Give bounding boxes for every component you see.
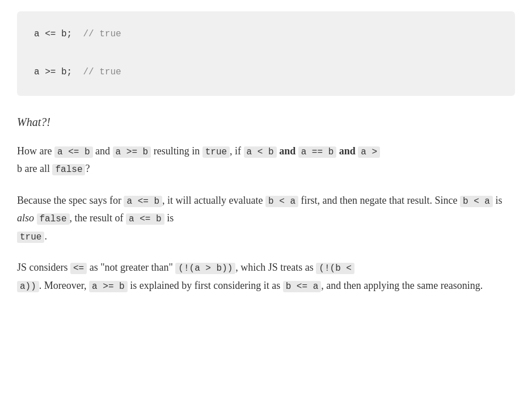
code-comment-2: // true [83,67,121,77]
code-text-1: a <= b; [34,29,83,39]
code-line-1: a <= b; // true [34,27,498,42]
section-title: What?! [17,113,515,131]
code-false: false [52,164,85,175]
paragraph-1-and1: and [93,145,113,157]
code-not-b-lt-a: (!(b < [316,263,354,274]
paragraph-3-moreover: . Moreover, [39,280,89,291]
code-a-le-b-2: a <= b [124,196,162,207]
code-block: a <= b; // true a >= b; // true [17,11,515,96]
paragraph-2-also2 [34,212,37,224]
paragraph-3-js: JS considers [17,262,70,273]
code-a-le-b-3: a <= b [126,213,164,225]
code-le: <= [70,263,87,274]
code-b-le-a: b <= a [283,281,322,292]
code-b-lt-a: b < a [265,196,298,207]
paragraph-1-if: , if [230,145,244,157]
code-b-lt-a-2: b < a [460,196,493,207]
paragraph-2: Because the spec says for a <= b, it wil… [17,192,515,246]
code-text-2: a >= b; [34,67,83,77]
paragraph-3-treats: , which JS treats as [235,262,316,273]
paragraph-3-explain: is explained by first considering it as [128,280,283,291]
code-a-lt-b: a < b [244,146,277,158]
code-true-2: true [17,232,44,243]
code-close-paren: a)) [17,281,39,292]
code-a-le-b: a <= b [54,146,93,158]
paragraph-2-result: , the result of [70,212,126,224]
paragraph-1-b-false: b are all [17,163,52,174]
paragraph-1: How are a <= b and a >= b resulting in t… [17,142,515,178]
paragraph-2-is: is [164,212,174,224]
paragraph-2-also-italic: also [17,212,34,224]
paragraph-3-as: as "not greater than" [87,262,175,273]
paragraph-3-and: , and then applying the same reasoning. [321,280,483,291]
paragraph-2-first: first, and then negate that result. Sinc… [298,195,460,206]
paragraph-1-intro: How are [17,145,54,157]
code-a-ge-b-2: a >= b [89,281,128,292]
code-a-ge-b: a >= b [113,146,151,158]
code-a-eq-b: a == b [298,146,337,158]
paragraph-3: JS considers <= as "not greater than" (!… [17,259,515,295]
paragraph-2-also: is [493,195,503,206]
paragraph-1-bold-and1: and [277,145,298,157]
code-line-3: a >= b; // true [34,65,498,80]
code-not-gt: (!(a > b)) [175,263,235,274]
paragraph-2-because: Because the spec says for [17,195,124,206]
paragraph-1-bold-and2: and [336,145,358,157]
paragraph-2-eval: , it will actually evaluate [162,195,265,206]
code-a-gt-b: a > [358,146,380,158]
code-false-2: false [37,213,70,225]
paragraph-1-resulting: resulting in [151,145,202,157]
paragraph-1-question: ? [85,163,90,174]
code-line-2 [34,47,498,61]
code-comment-1: // true [83,29,121,39]
code-true: true [202,146,230,158]
paragraph-2-dot: . [44,230,47,242]
